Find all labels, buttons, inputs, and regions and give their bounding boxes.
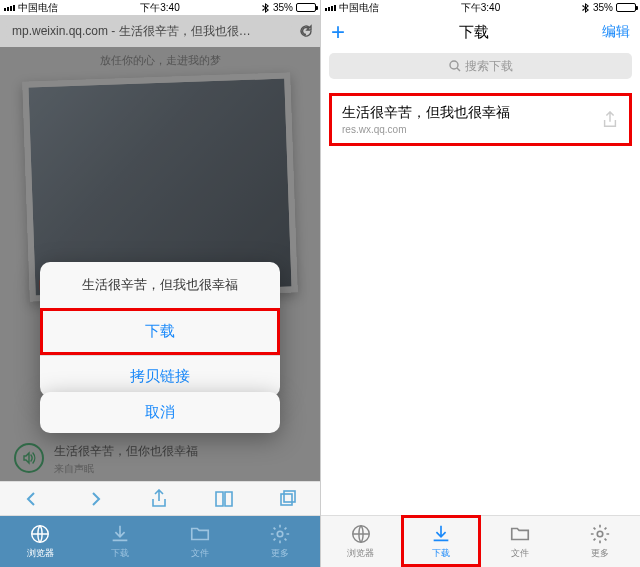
gear-icon <box>589 523 611 545</box>
tab-browser[interactable]: 浏览器 <box>0 516 80 567</box>
action-sheet: 生活很辛苦，但我也很幸福 下载 拷贝链接 <box>40 262 280 397</box>
tab-browser[interactable]: 浏览器 <box>321 516 401 567</box>
battery-pct: 35% <box>273 2 293 13</box>
download-icon <box>430 523 452 545</box>
clock: 下午3:40 <box>461 1 500 15</box>
cancel-button[interactable]: 取消 <box>40 392 280 433</box>
globe-icon <box>29 523 51 545</box>
url-text: mp.weixin.qq.com - 生活很辛苦，但我也很… <box>6 23 292 40</box>
download-item[interactable]: 生活很辛苦，但我也很幸福 res.wx.qq.com <box>329 93 632 146</box>
tab-label: 文件 <box>511 547 529 560</box>
download-host: res.wx.qq.com <box>342 124 601 135</box>
bluetooth-icon <box>582 3 590 13</box>
search-icon <box>449 60 461 72</box>
tab-label: 下载 <box>432 547 450 560</box>
edit-button[interactable]: 编辑 <box>602 23 630 41</box>
add-button[interactable]: + <box>331 18 345 46</box>
download-title: 生活很辛苦，但我也很幸福 <box>342 104 601 122</box>
svg-point-4 <box>450 61 458 69</box>
page-content: 放任你的心，走进我的梦 20: 生活很辛苦，但你也很幸福 来自声眠 00:02 … <box>0 47 320 567</box>
tab-bar: 浏览器 下载 文件 更多 <box>0 515 320 567</box>
search-field[interactable]: 搜索下载 <box>329 53 632 79</box>
back-icon[interactable] <box>22 489 42 509</box>
tab-bar: 浏览器 下载 文件 更多 <box>321 515 640 567</box>
status-bar: 中国电信 下午3:40 35% <box>321 0 640 15</box>
folder-icon <box>189 523 211 545</box>
sheet-title: 生活很辛苦，但我也很幸福 <box>40 262 280 308</box>
download-icon <box>109 523 131 545</box>
signal-icon <box>4 5 15 11</box>
carrier: 中国电信 <box>18 1 58 15</box>
svg-point-3 <box>277 531 283 537</box>
battery-icon <box>616 3 636 12</box>
globe-icon <box>350 523 372 545</box>
gear-icon <box>269 523 291 545</box>
share-icon[interactable] <box>149 489 169 509</box>
tab-download[interactable]: 下载 <box>80 516 160 567</box>
tab-more[interactable]: 更多 <box>560 516 640 567</box>
phone-right: 中国电信 下午3:40 35% + 下载 编辑 搜索下载 生活很辛苦，但我也很幸… <box>320 0 640 567</box>
address-bar[interactable]: mp.weixin.qq.com - 生活很辛苦，但我也很… <box>0 15 320 47</box>
bookmark-icon[interactable] <box>213 489 235 509</box>
refresh-icon[interactable] <box>298 23 314 39</box>
nav-title: 下载 <box>459 23 489 42</box>
tab-files[interactable]: 文件 <box>481 516 561 567</box>
bluetooth-icon <box>262 3 270 13</box>
clock: 下午3:40 <box>140 1 179 15</box>
download-button[interactable]: 下载 <box>40 308 280 355</box>
svg-rect-1 <box>284 491 295 502</box>
tab-more[interactable]: 更多 <box>240 516 320 567</box>
svg-point-6 <box>597 531 603 537</box>
tab-download[interactable]: 下载 <box>401 516 481 567</box>
tab-label: 文件 <box>191 547 209 560</box>
tab-label: 下载 <box>111 547 129 560</box>
copy-link-button[interactable]: 拷贝链接 <box>40 355 280 397</box>
tab-label: 浏览器 <box>347 547 374 560</box>
nav-bar: + 下载 编辑 <box>321 15 640 49</box>
svg-rect-0 <box>281 494 292 505</box>
search-placeholder: 搜索下载 <box>465 58 513 75</box>
battery-icon <box>296 3 316 12</box>
browser-toolbar <box>0 481 320 515</box>
phone-left: 中国电信 下午3:40 35% mp.weixin.qq.com - 生活很辛苦… <box>0 0 320 567</box>
tab-label: 浏览器 <box>27 547 54 560</box>
forward-icon[interactable] <box>85 489 105 509</box>
tab-files[interactable]: 文件 <box>160 516 240 567</box>
signal-icon <box>325 5 336 11</box>
tabs-icon[interactable] <box>278 489 298 509</box>
tab-label: 更多 <box>591 547 609 560</box>
folder-icon <box>509 523 531 545</box>
tab-label: 更多 <box>271 547 289 560</box>
carrier: 中国电信 <box>339 1 379 15</box>
battery-pct: 35% <box>593 2 613 13</box>
status-bar: 中国电信 下午3:40 35% <box>0 0 320 15</box>
share-icon[interactable] <box>601 111 619 129</box>
